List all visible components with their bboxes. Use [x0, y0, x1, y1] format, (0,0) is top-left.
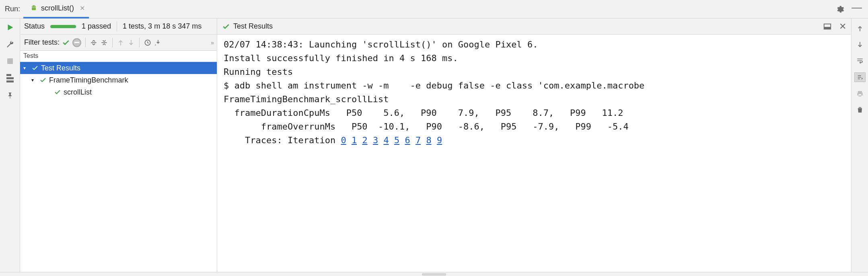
tree-root[interactable]: ▾ Test Results — [20, 62, 217, 74]
trace-link[interactable]: 9 — [437, 135, 442, 145]
status-passed: 1 passed — [82, 22, 111, 31]
close-icon[interactable]: ✕ — [80, 4, 85, 12]
console-gutter — [851, 19, 868, 272]
tree-root-label: Test Results — [41, 64, 80, 72]
grip-icon — [422, 273, 446, 276]
filter-ignored-icon[interactable] — [72, 38, 81, 47]
check-icon — [31, 64, 39, 72]
filter-passed-icon[interactable] — [62, 39, 70, 47]
caret-down-icon: ▾ — [31, 77, 37, 83]
tests-tree[interactable]: ▾ Test Results ▾ FrameTimingBenchmark sc… — [20, 62, 217, 272]
status-label: Status — [24, 22, 45, 31]
status-summary: 1 tests, 3 m 18 s 347 ms — [123, 22, 202, 31]
run-button[interactable] — [5, 23, 15, 32]
trace-link[interactable]: 6 — [405, 135, 410, 145]
left-gutter — [0, 19, 20, 272]
wrench-icon[interactable] — [5, 39, 15, 49]
minimize-icon[interactable]: — — [851, 2, 862, 13]
trace-link[interactable]: 3 — [373, 135, 378, 145]
console-header: Test Results ✕ — [217, 19, 851, 35]
scroll-down-icon[interactable] — [856, 40, 864, 49]
run-tab-label: scrollList() — [41, 4, 74, 12]
tests-header: Tests — [20, 51, 217, 62]
status-bar: Status 1 passed 1 tests, 3 m 18 s 347 ms — [20, 19, 217, 35]
main-area: Status 1 passed 1 tests, 3 m 18 s 347 ms… — [0, 19, 868, 272]
console-title: Test Results — [233, 22, 273, 31]
trace-link[interactable]: 4 — [383, 135, 389, 145]
console-panel: Test Results ✕ 02/07 14:38:43: Launching… — [217, 19, 868, 272]
filter-label: Filter tests: — [24, 38, 60, 47]
layout-icon[interactable] — [5, 73, 15, 83]
trace-link[interactable]: 0 — [341, 135, 346, 145]
trace-link[interactable]: 2 — [362, 135, 367, 145]
svg-point-1 — [35, 6, 35, 6]
caret-down-icon: ▾ — [23, 65, 29, 71]
tests-panel: Status 1 passed 1 tests, 3 m 18 s 347 ms… — [20, 19, 217, 272]
prev-icon[interactable] — [117, 39, 125, 47]
svg-point-0 — [33, 6, 33, 6]
progress-bar — [50, 25, 76, 28]
gear-icon[interactable] — [834, 4, 845, 15]
trace-link[interactable]: 5 — [394, 135, 399, 145]
svg-rect-2 — [32, 7, 36, 10]
pin-icon[interactable] — [5, 90, 15, 100]
run-tab-bar: Run: scrollList() ✕ — — [0, 0, 868, 19]
tree-case[interactable]: scrollList — [20, 86, 217, 98]
trace-link[interactable]: 8 — [426, 135, 431, 145]
collapse-all-icon[interactable] — [100, 39, 108, 47]
android-robot-icon — [30, 4, 38, 12]
close-panel-icon[interactable]: ✕ — [839, 21, 846, 32]
more-icon[interactable]: » — [211, 39, 213, 46]
stop-button[interactable] — [5, 56, 15, 66]
history-icon[interactable] — [144, 39, 152, 47]
svg-rect-5 — [824, 27, 831, 29]
import-icon[interactable] — [154, 39, 162, 47]
tree-case-label: scrollList — [64, 88, 92, 97]
filter-bar: Filter tests: » — [20, 35, 217, 51]
scroll-to-end-icon[interactable] — [854, 72, 866, 82]
run-tab-scrolllist[interactable]: scrollList() ✕ — [23, 0, 89, 19]
layout-toggle-icon[interactable] — [823, 22, 832, 31]
tree-suite[interactable]: ▾ FrameTimingBenchmark — [20, 74, 217, 86]
expand-all-icon[interactable] — [90, 39, 98, 47]
scroll-up-icon[interactable] — [856, 24, 864, 33]
bottom-drag-bar[interactable] — [0, 272, 868, 276]
console-output[interactable]: 02/07 14:38:43: Launching 'scrollList()'… — [217, 35, 851, 272]
check-icon — [54, 89, 61, 96]
soft-wrap-icon[interactable] — [856, 56, 864, 65]
check-icon — [222, 23, 230, 31]
trace-link[interactable]: 1 — [352, 135, 357, 145]
print-icon[interactable] — [856, 89, 864, 98]
trace-link[interactable]: 7 — [415, 135, 421, 145]
run-label: Run: — [0, 5, 23, 13]
check-icon — [39, 76, 47, 84]
trash-icon[interactable] — [856, 105, 864, 114]
tree-suite-label: FrameTimingBenchmark — [49, 76, 128, 84]
next-icon[interactable] — [127, 39, 135, 47]
